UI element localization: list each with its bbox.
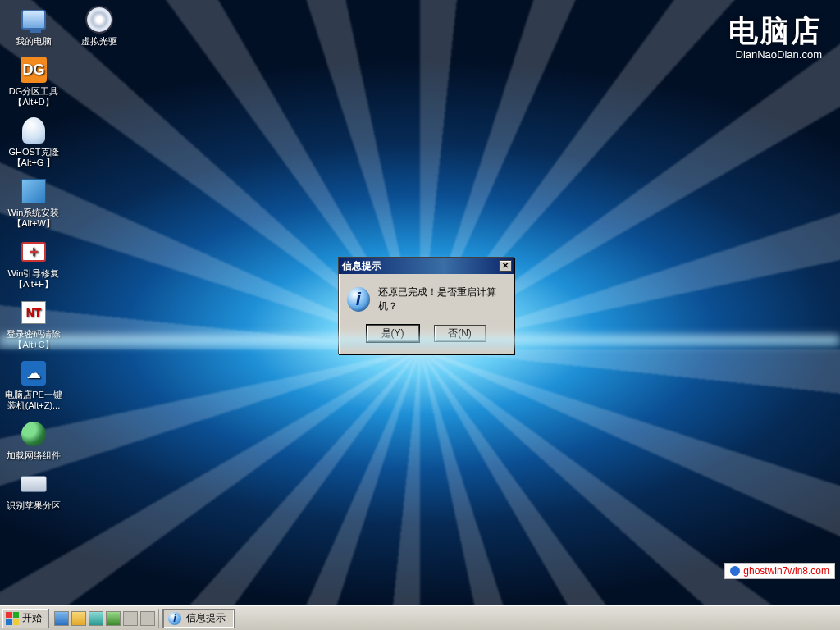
start-button[interactable]: 开始	[2, 609, 49, 628]
desktop-icon-password-clear[interactable]: NT 登录密码清除【Alt+C】	[3, 296, 64, 352]
windows-flag-icon	[6, 612, 19, 625]
desktop-icon-apple-partition[interactable]: 识别苹果分区	[3, 468, 64, 513]
icon-label: 登录密码清除【Alt+C】	[7, 329, 61, 350]
icon-label: 虚拟光驱	[81, 36, 117, 47]
pe-icon: ☁	[21, 361, 46, 386]
info-icon: i	[168, 612, 181, 625]
brand-subtitle: DianNaoDian.com	[728, 48, 822, 61]
icon-label: 识别苹果分区	[7, 500, 61, 511]
ghost-icon	[22, 117, 45, 144]
icon-label: 电脑店PE一键装机(Alt+Z)...	[5, 390, 62, 411]
dialog-message: 还原已完成！是否重启计算机？	[378, 285, 505, 313]
desktop-icon-column: 我的电脑 DG DG分区工具【Alt+D】 GHOST克隆【Alt+G 】 Wi…	[3, 3, 64, 513]
brand-title: 电脑店	[728, 11, 822, 52]
task-button-label: 信息提示	[186, 611, 226, 625]
quicklaunch-item[interactable]	[123, 611, 138, 626]
dialog-title: 信息提示	[342, 259, 381, 273]
icon-label: Win引导修复【Alt+F】	[8, 268, 60, 290]
dg-icon: DG	[21, 57, 47, 83]
desktop-icon-boot-repair[interactable]: Win引导修复【Alt+F】	[3, 235, 64, 291]
icon-label: DG分区工具【Alt+D】	[9, 86, 59, 107]
taskbar: 开始 i 信息提示	[0, 605, 840, 630]
nt-icon: NT	[21, 301, 46, 324]
taskbar-task-button[interactable]: i 信息提示	[162, 609, 235, 628]
icon-label: 加载网络组件	[7, 450, 61, 461]
desktop-icon-ghost-clone[interactable]: GHOST克隆【Alt+G 】	[3, 114, 64, 170]
quicklaunch-item[interactable]	[106, 611, 121, 626]
computer-icon	[21, 10, 46, 30]
desktop[interactable]: 电脑店 DianNaoDian.com 我的电脑 DG DG分区工具【Alt+D…	[0, 0, 840, 605]
no-button[interactable]: 否(N)	[434, 325, 486, 342]
desktop-icon-dg-partition[interactable]: DG DG分区工具【Alt+D】	[3, 53, 64, 109]
quicklaunch-item[interactable]	[89, 611, 103, 626]
start-label: 开始	[22, 611, 42, 625]
quicklaunch-item[interactable]	[71, 611, 86, 626]
dialog-buttons: 是(Y) 否(N)	[339, 320, 514, 354]
desktop-icon-my-computer[interactable]: 我的电脑	[3, 3, 64, 48]
site-watermark: ghostwin7win8.com	[724, 563, 835, 579]
brand-watermark: 电脑店 DianNaoDian.com	[728, 11, 822, 61]
dialog-body: i 还原已完成！是否重启计算机？	[339, 274, 514, 320]
quick-launch	[51, 609, 159, 628]
hdd-icon	[21, 476, 47, 492]
info-dialog: 信息提示 ✕ i 还原已完成！是否重启计算机？ 是(Y) 否(N)	[338, 257, 514, 354]
desktop-icon-pe-onekey[interactable]: ☁ 电脑店PE一键装机(Alt+Z)...	[3, 357, 64, 413]
icon-label: Win系统安装【Alt+W】	[8, 208, 60, 229]
repair-icon	[21, 242, 46, 262]
dialog-titlebar[interactable]: 信息提示 ✕	[339, 258, 514, 274]
desktop-icon-load-network[interactable]: 加载网络组件	[3, 418, 64, 463]
desktop-icon-virtual-cd[interactable]: 虚拟光驱	[69, 3, 130, 48]
icon-label: 我的电脑	[16, 36, 52, 47]
watermark-icon	[730, 566, 740, 576]
quicklaunch-item[interactable]	[54, 611, 69, 626]
icon-label: GHOST克隆【Alt+G 】	[8, 147, 58, 168]
info-icon: i	[347, 287, 370, 312]
windows-install-icon	[21, 179, 46, 203]
close-button[interactable]: ✕	[499, 260, 512, 272]
globe-icon	[21, 422, 46, 446]
desktop-icon-win-install[interactable]: Win系统安装【Alt+W】	[3, 175, 64, 231]
watermark-text: ghostwin7win8.com	[743, 565, 829, 577]
disc-icon	[87, 7, 112, 32]
yes-button[interactable]: 是(Y)	[367, 325, 419, 342]
quicklaunch-item[interactable]	[140, 611, 155, 626]
